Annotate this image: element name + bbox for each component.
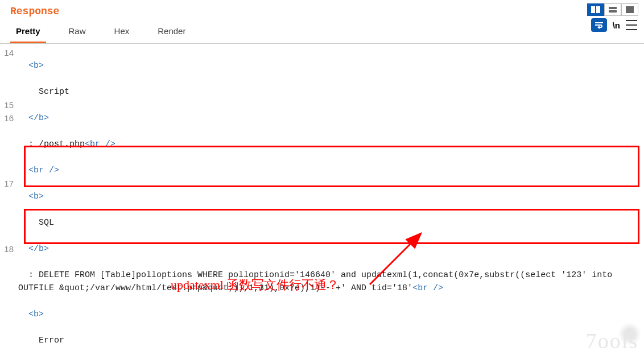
- view-single[interactable]: [621, 3, 638, 16]
- wrap-lines-button[interactable]: [591, 18, 607, 32]
- toolbar-right: \n: [591, 18, 637, 32]
- tab-bar: Pretty Raw Hex Render \n: [0, 17, 644, 44]
- code-content[interactable]: <b> Script </b> : /post.php<br /> <br />…: [18, 46, 644, 359]
- view-split-vertical[interactable]: [587, 3, 604, 16]
- menu-icon[interactable]: [626, 20, 637, 30]
- code-viewer: 14 15 16 17 18 <b> Script </b> : /post.p…: [0, 44, 644, 359]
- watermark-logo: 7ools: [586, 328, 638, 353]
- view-split-horizontal[interactable]: [604, 3, 621, 16]
- tab-pretty[interactable]: Pretty: [10, 23, 46, 43]
- newline-label[interactable]: \n: [613, 20, 620, 30]
- tab-hex[interactable]: Hex: [109, 23, 135, 43]
- line-number-gutter: 14 15 16 17 18: [0, 46, 18, 359]
- panel-title: Response: [10, 6, 634, 17]
- tab-raw[interactable]: Raw: [63, 23, 92, 43]
- view-mode-toggle: [587, 3, 638, 16]
- annotation-text: updatexml 函数写文件行不通？: [171, 277, 339, 294]
- tab-render[interactable]: Render: [152, 23, 191, 43]
- panel-header: Response: [0, 0, 644, 17]
